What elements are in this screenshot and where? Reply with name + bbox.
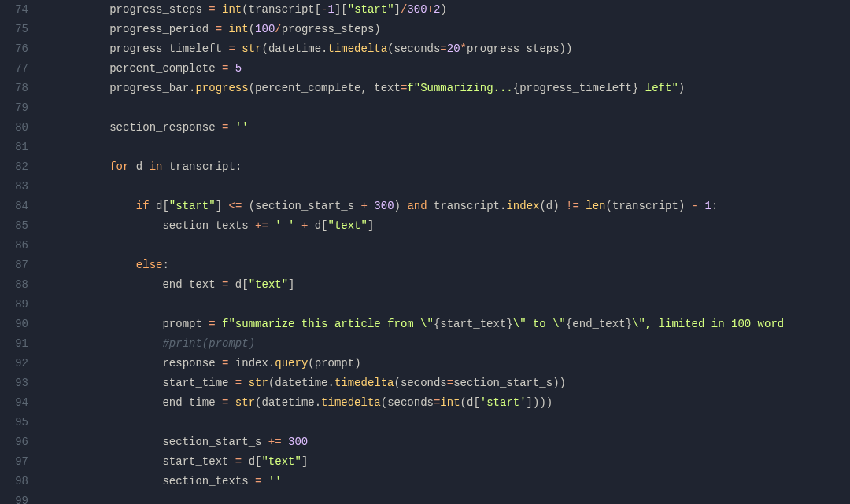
code-line[interactable]: else: — [57, 256, 850, 275]
code-content[interactable]: progress_steps = int(transcript[-1]["sta… — [41, 0, 850, 504]
code-editor[interactable]: 7475767778798081828384858687888990919293… — [0, 0, 850, 504]
token-indent — [57, 256, 136, 275]
code-line[interactable]: for d in transcript: — [57, 157, 850, 177]
code-line[interactable]: section_start_s += 300 — [57, 432, 850, 452]
token-default: response — [162, 357, 222, 370]
token-default — [216, 3, 222, 16]
token-default — [228, 121, 235, 134]
token-string: "text" — [328, 219, 368, 232]
token-default: seconds — [387, 396, 434, 409]
token-string: "summarize this article from \" — [228, 318, 433, 330]
token-function: timedelta — [328, 42, 388, 55]
code-line[interactable]: progress_timeleft = str(datetime.timedel… — [57, 39, 850, 59]
line-number: 92 — [6, 354, 28, 373]
token-default — [242, 377, 248, 389]
code-line[interactable] — [57, 98, 850, 118]
code-line[interactable]: #print(prompt) — [57, 334, 850, 354]
token-operator: = — [228, 42, 235, 55]
token-function: index — [506, 200, 539, 212]
token-indent — [57, 59, 109, 79]
code-line[interactable]: end_time = str(datetime.timedelta(second… — [57, 393, 850, 413]
token-default: d — [242, 455, 255, 468]
code-line[interactable] — [57, 138, 850, 157]
token-default — [261, 475, 268, 487]
code-line[interactable]: if d["start"] <= (section_start_s + 300)… — [57, 197, 850, 216]
token-builtin: int — [440, 396, 460, 409]
code-line[interactable]: progress_bar.progress(percent_complete, … — [57, 79, 850, 98]
code-line[interactable]: section_texts = '' — [57, 472, 850, 491]
code-line[interactable] — [57, 295, 850, 315]
token-indent — [57, 197, 136, 216]
code-line[interactable]: section_texts += ' ' + d["text"] — [57, 216, 850, 236]
token-punct: )) — [552, 377, 566, 389]
line-number: 81 — [6, 138, 28, 157]
token-operator: += — [255, 219, 268, 232]
token-function: timedelta — [321, 396, 381, 409]
token-punct: ) — [374, 23, 380, 35]
token-indent — [57, 334, 162, 354]
token-indent — [57, 39, 109, 59]
token-punct: . — [321, 42, 327, 55]
token-operator: = — [447, 377, 453, 389]
token-default — [242, 200, 248, 212]
token-punct: { — [513, 82, 519, 94]
token-punct: [ — [242, 278, 248, 291]
token-string: "text" — [261, 455, 301, 468]
code-line[interactable]: response = index.query(prompt) — [57, 354, 850, 373]
token-keyword: if — [136, 200, 150, 212]
token-operator: += — [268, 436, 282, 448]
token-default: percent_complete — [255, 82, 360, 94]
token-punct: ][ — [334, 3, 348, 16]
token-operator: != — [566, 200, 579, 212]
token-comment: #print(prompt) — [162, 337, 255, 350]
token-default: end_text — [162, 278, 222, 291]
token-default: progress_steps — [109, 3, 209, 16]
token-default: transcript — [249, 3, 315, 16]
token-default: start_time — [162, 377, 235, 389]
token-number: 100 — [255, 23, 275, 35]
token-string: ' ' — [275, 219, 294, 232]
token-default: start_text — [162, 455, 235, 468]
code-line[interactable] — [57, 491, 850, 504]
token-indent — [57, 20, 109, 39]
code-line[interactable]: start_text = d["text"] — [57, 452, 850, 472]
token-string: '' — [268, 475, 282, 487]
token-operator: * — [460, 42, 467, 55]
token-default: d — [228, 278, 242, 291]
token-builtin: int — [222, 3, 242, 16]
token-string: "Summarizing... — [414, 82, 513, 94]
line-number: 87 — [6, 256, 28, 275]
code-line[interactable]: section_response = '' — [57, 118, 850, 138]
line-number: 94 — [6, 393, 28, 413]
token-punct: : — [162, 259, 168, 271]
token-default: progress_steps — [282, 23, 375, 35]
token-keyword: and — [407, 200, 427, 212]
code-line[interactable] — [57, 177, 850, 197]
code-line[interactable]: end_text = d["text"] — [57, 275, 850, 295]
code-line[interactable] — [57, 413, 850, 432]
code-line[interactable] — [57, 236, 850, 256]
line-number: 88 — [6, 275, 28, 295]
token-default: section_start_s — [255, 200, 360, 212]
token-operator: <= — [228, 200, 242, 212]
token-punct: ] — [301, 455, 308, 468]
code-line[interactable]: start_time = str(datetime.timedelta(seco… — [57, 373, 850, 393]
token-punct: ) — [678, 200, 692, 212]
token-punct: ( — [387, 42, 394, 55]
token-punct: ] — [288, 278, 294, 291]
token-operator: = — [235, 455, 242, 468]
token-punct: ( — [308, 357, 314, 370]
token-punct: ]))) — [527, 396, 553, 409]
code-line[interactable]: percent_complete = 5 — [57, 59, 850, 79]
token-default: datetime — [275, 377, 327, 389]
line-number: 99 — [6, 491, 28, 504]
code-line[interactable]: progress_period = int(100/progress_steps… — [57, 20, 850, 39]
code-line[interactable]: progress_steps = int(transcript[-1]["sta… — [57, 0, 850, 20]
token-default: section_texts — [162, 219, 255, 232]
token-default: d — [546, 200, 552, 212]
token-default — [294, 219, 301, 232]
token-builtin: int — [228, 23, 248, 35]
token-number: 20 — [447, 42, 460, 55]
token-punct: [ — [315, 3, 321, 16]
code-line[interactable]: prompt = f"summarize this article from \… — [57, 315, 850, 334]
